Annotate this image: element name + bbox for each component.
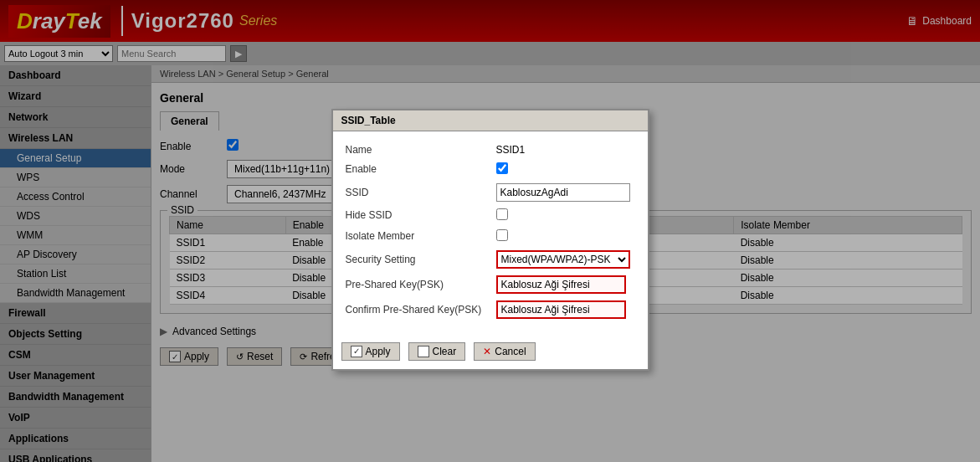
modal-ssid-input[interactable]: [496, 183, 630, 202]
modal-security-label: Security Setting: [346, 254, 496, 265]
modal-overlay: SSID_Table Name SSID1 Enable SSID Hide S…: [0, 0, 980, 462]
modal-cancel-icon: ✕: [483, 346, 491, 357]
modal-ssid-table: SSID_Table Name SSID1 Enable SSID Hide S…: [331, 109, 649, 371]
modal-confirm-psk-input-container: [496, 300, 635, 319]
modal-enable-row: Enable: [346, 162, 635, 177]
modal-psk-input-container: [496, 275, 635, 294]
modal-name-label: Name: [346, 144, 496, 156]
modal-body: Name SSID1 Enable SSID Hide SSID: [333, 131, 648, 338]
modal-psk-label: Pre-Shared Key(PSK): [346, 279, 496, 290]
modal-enable-checkbox[interactable]: [496, 162, 508, 174]
modal-isolate-row: Isolate Member: [346, 229, 635, 244]
modal-confirm-psk-label: Confirm Pre-Shared Key(PSK): [346, 304, 496, 316]
modal-enable-checkbox-container: [496, 162, 635, 177]
modal-enable-label: Enable: [346, 163, 496, 175]
modal-security-select-container: None WEP WPA/PSK WPA2/PSK Mixed(WPA/WPA2…: [496, 250, 635, 269]
modal-hide-ssid-row: Hide SSID: [346, 208, 635, 223]
modal-confirm-psk-input[interactable]: [496, 300, 626, 319]
modal-ssid-label: SSID: [346, 187, 496, 198]
modal-hide-ssid-label: Hide SSID: [346, 209, 496, 221]
modal-ssid-row: SSID: [346, 183, 635, 202]
modal-security-row: Security Setting None WEP WPA/PSK WPA2/P…: [346, 250, 635, 269]
modal-cancel-label: Cancel: [495, 346, 526, 357]
modal-psk-input[interactable]: [496, 275, 626, 294]
modal-name-value: SSID1: [496, 144, 635, 156]
modal-ssid-input-container: [496, 183, 635, 202]
modal-clear-button[interactable]: Clear: [408, 342, 466, 361]
modal-confirm-psk-row: Confirm Pre-Shared Key(PSK): [346, 300, 635, 319]
modal-isolate-checkbox[interactable]: [496, 229, 508, 241]
modal-psk-row: Pre-Shared Key(PSK): [346, 275, 635, 294]
modal-apply-icon: [351, 346, 362, 357]
modal-title: SSID_Table: [333, 110, 648, 131]
modal-name-row: Name SSID1: [346, 144, 635, 156]
modal-isolate-checkbox-container: [496, 229, 635, 244]
modal-isolate-label: Isolate Member: [346, 230, 496, 242]
modal-apply-label: Apply: [366, 346, 391, 357]
modal-hide-ssid-checkbox[interactable]: [496, 208, 508, 220]
modal-clear-label: Clear: [433, 346, 457, 357]
modal-cancel-button[interactable]: ✕ Cancel: [474, 342, 535, 361]
modal-footer: Apply Clear ✕ Cancel: [333, 338, 648, 369]
modal-security-select[interactable]: None WEP WPA/PSK WPA2/PSK Mixed(WPA/WPA2…: [496, 250, 630, 269]
modal-hide-ssid-checkbox-container: [496, 208, 635, 223]
modal-apply-button[interactable]: Apply: [341, 342, 400, 361]
modal-clear-icon: [418, 346, 429, 357]
